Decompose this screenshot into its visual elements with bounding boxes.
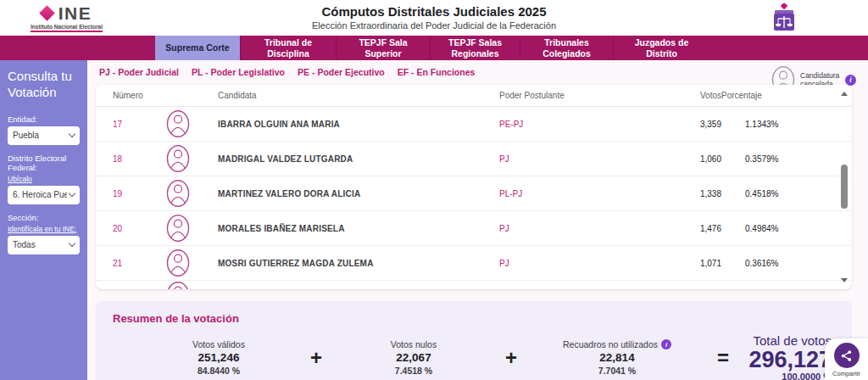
vote-summary-card: Resumen de la votación Votos válidos 251… [96, 301, 852, 380]
row-number: 17 [113, 120, 165, 129]
candidate-name: MORALES IBAÑEZ MARISELA [218, 224, 499, 233]
equals-sign: = [698, 346, 748, 370]
poder-postulante: PL-PJ [499, 189, 643, 198]
info-icon[interactable]: i [845, 75, 856, 86]
scroll-up-icon[interactable] [841, 92, 848, 96]
filters-sidebar: Consulta tu Votación Entidad: Puebla Dis… [0, 60, 87, 380]
ubicalo-link[interactable]: Ubícalo [8, 175, 80, 183]
summary-row: Votos válidos 251,246 84.8440 % + Votos … [113, 333, 835, 380]
col-numero: Número [113, 91, 165, 100]
percentage-value: 1.1343% [721, 120, 832, 129]
recuadros-pct: 7.7041 % [598, 366, 636, 376]
legend-pj: PJ - Poder Judicial [99, 67, 179, 77]
tab-tribunal-disciplina[interactable]: Tribunal de Disciplina [240, 36, 336, 60]
total-votes: Total de votos 296,127 100.0000 % [748, 333, 835, 380]
chevron-down-icon [69, 190, 75, 197]
table-row[interactable]: 20 MORALES IBAÑEZ MARISELA PJ 1,476 0.49… [96, 211, 852, 246]
plus-sign: + [291, 346, 342, 370]
candidate-name: MADRIGAL VALDEZ LUTGARDA [218, 154, 499, 164]
votos-nulos-label: Votos nulos [391, 339, 437, 349]
summary-title: Resumen de la votación [113, 312, 835, 325]
votos-nulos-value: 22,067 [396, 351, 431, 364]
candidate-name: IBARRA OLGUIN ANA MARIA [218, 120, 499, 129]
table-scrollbar[interactable] [839, 87, 849, 288]
seccion-select[interactable]: Todas [8, 236, 80, 254]
table-row[interactable]: 17 IBARRA OLGUIN ANA MARIA PE-PJ 3,359 1… [96, 107, 852, 142]
top-header: INE Instituto Nacional Electoral Cómputo… [0, 0, 868, 36]
entidad-value: Puebla [13, 131, 39, 140]
recuadros-no-utilizados: Recuadros no utilizados i 22,814 7.7041 … [537, 339, 698, 376]
poder-postulante: PJ [499, 224, 643, 233]
percentage-value: 0.4984% [721, 224, 832, 233]
poder-postulante: PJ [499, 154, 643, 164]
chevron-down-icon [69, 240, 75, 247]
page: INE Instituto Nacional Electoral Cómputo… [0, 0, 868, 380]
identificala-link[interactable]: Identifícala en tu INE: [8, 225, 80, 233]
candidate-avatar-icon [165, 109, 191, 138]
votos-nulos: Votos nulos 22,067 7.4518 % [342, 339, 486, 376]
row-number: 18 [113, 154, 165, 164]
candidate-name: MOSRI GUTIERREZ MAGDA ZULEMA [218, 259, 499, 268]
main-content: PJ - Poder Judicial PL - Poder Legislati… [87, 60, 868, 380]
recuadros-label: Recuadros no utilizados [563, 339, 658, 349]
candidate-name: MARTINEZ VALERO DORA ALICIA [218, 189, 499, 198]
tab-juzgados-distrito[interactable]: Juzgados de Distrito [613, 36, 709, 60]
row-number: 21 [113, 259, 165, 268]
votos-validos-value: 251,246 [198, 351, 240, 364]
info-icon[interactable]: i [661, 339, 671, 349]
poder-postulante: PE-PJ [499, 120, 643, 129]
total-value: 296,127 [748, 348, 832, 372]
tab-suprema-corte[interactable]: Suprema Corte [155, 36, 240, 60]
tab-tribunales-colegiados[interactable]: Tribunales Colegiados [520, 36, 613, 60]
share-label: Compartir [832, 370, 860, 377]
entidad-select[interactable]: Puebla [8, 126, 80, 145]
votes-value: 1,476 [643, 224, 721, 233]
distrito-select[interactable]: 6. Heroica Puebla D [8, 186, 80, 204]
row-number: 19 [113, 189, 165, 198]
table-row[interactable]: 21 MOSRI GUTIERREZ MAGDA ZULEMA PJ 1,071… [96, 246, 852, 281]
total-pct: 100.0000 % [748, 372, 832, 380]
results-table: Número Candidata Poder Postulante Votos … [96, 85, 852, 289]
page-title: Cómputos Distritales Judiciales 2025 [0, 4, 868, 19]
tab-tepjf-salas-regionales[interactable]: TEPJF Salas Regionales [430, 36, 520, 60]
share-icon [840, 349, 853, 362]
page-titles: Cómputos Distritales Judiciales 2025 Ele… [0, 4, 868, 31]
entidad-label: Entidad: [8, 115, 80, 124]
share-button[interactable] [834, 343, 860, 368]
poder-legend: PJ - Poder Judicial PL - Poder Legislati… [99, 65, 475, 77]
seccion-label: Sección: [8, 213, 80, 222]
plus-sign: + [486, 346, 537, 370]
candidate-avatar-icon [165, 281, 191, 289]
votes-value: 1,338 [643, 189, 721, 198]
table-row[interactable]: 18 MADRIGAL VALDEZ LUTGARDA PJ 1,060 0.3… [96, 142, 852, 176]
judicial-election-logo [771, 3, 796, 34]
percentage-value: 0.3616% [721, 259, 832, 268]
votos-nulos-pct: 7.4518 % [395, 366, 432, 376]
col-porcentaje: Porcentaje [721, 91, 832, 100]
candidate-avatar-icon [165, 144, 191, 173]
table-row-partial[interactable] [96, 281, 852, 289]
tab-tepjf-sala-superior[interactable]: TEPJF Sala Superior [336, 36, 430, 60]
scroll-down-icon[interactable] [841, 278, 848, 282]
col-poder-postulante: Poder Postulante [499, 91, 643, 100]
distrito-value: 6. Heroica Puebla D [13, 190, 67, 199]
legend-row: PJ - Poder Judicial PL - Poder Legislati… [87, 60, 868, 85]
votes-value: 1,071 [643, 259, 721, 268]
recuadros-value: 22,814 [599, 351, 634, 364]
table-header-row: Número Candidata Poder Postulante Votos … [96, 85, 852, 107]
votos-validos-label: Votos válidos [192, 339, 245, 349]
ballot-box-scales-icon [771, 3, 796, 34]
col-candidata: Candidata [218, 91, 499, 100]
percentage-value: 0.4518% [721, 189, 832, 198]
row-number: 20 [113, 224, 165, 233]
page-subtitle: Elección Extraordinaria del Poder Judici… [0, 20, 868, 31]
table-row[interactable]: 19 MARTINEZ VALERO DORA ALICIA PL-PJ 1,3… [96, 176, 852, 211]
legend-pl: PL - Poder Legislativo [192, 67, 285, 77]
candidate-avatar-icon [165, 214, 191, 243]
chevron-down-icon [69, 131, 75, 137]
scrollbar-thumb[interactable] [841, 165, 848, 209]
section-tabs: Suprema Corte Tribunal de Disciplina TEP… [0, 36, 868, 60]
candidate-avatar-icon [165, 249, 191, 277]
legend-pe: PE - Poder Ejecutivo [298, 67, 385, 77]
share-widget: Compartir [825, 338, 868, 380]
